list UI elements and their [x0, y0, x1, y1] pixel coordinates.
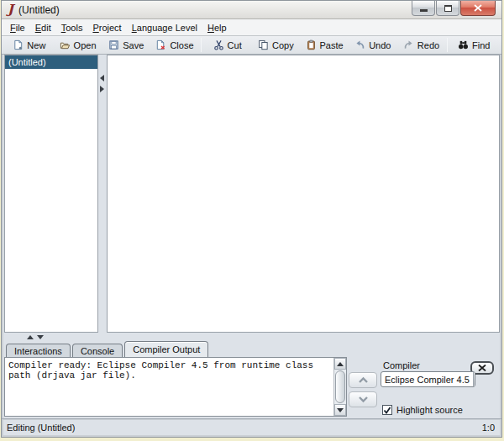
close-document-icon — [155, 39, 166, 50]
save-label: Save — [123, 40, 144, 50]
scroll-up-button[interactable] — [334, 358, 346, 370]
drjava-window: J (Untitled) File Edit Tools Project Lan… — [1, 0, 502, 438]
compiler-panel-title: Compiler — [383, 360, 420, 370]
minimize-icon — [420, 9, 428, 12]
output-scrollbar[interactable] — [333, 358, 346, 416]
chevron-up-icon — [358, 376, 369, 384]
title-bar: J (Untitled) — [2, 1, 501, 19]
copy-label: Copy — [272, 40, 294, 50]
undo-arrow-icon — [354, 39, 365, 50]
close-window-button[interactable] — [460, 1, 496, 16]
maximize-button[interactable] — [436, 1, 459, 16]
tab-compiler-output[interactable]: Compiler Output — [124, 341, 208, 357]
redo-button[interactable]: Redo — [397, 36, 446, 54]
close-icon — [478, 365, 486, 371]
cut-button[interactable]: Cut — [203, 36, 252, 54]
save-disk-icon — [108, 39, 119, 50]
menu-help[interactable]: Help — [202, 21, 232, 34]
redo-label: Redo — [417, 40, 439, 50]
collapse-left-arrow-icon[interactable] — [100, 75, 104, 81]
compiler-output-pane: Compiler ready: Eclipse Compiler 4.5 fro… — [2, 357, 501, 418]
status-bar: Editing (Untitled) 1:0 — [2, 418, 501, 436]
open-label: Open — [74, 40, 97, 50]
highlight-source-label: Highlight source — [396, 405, 463, 415]
undo-button[interactable]: Undo — [349, 36, 397, 54]
collapse-up-arrow-icon[interactable] — [27, 335, 34, 339]
open-button[interactable]: Open — [54, 36, 102, 54]
window-title: (Untitled) — [18, 4, 60, 16]
find-label: Find — [472, 40, 490, 50]
menu-bar: File Edit Tools Project Language Level H… — [2, 19, 501, 36]
maximize-icon — [444, 5, 452, 12]
compiler-select[interactable]: Eclipse Compiler 4.5 — [381, 371, 475, 387]
vertical-splitter[interactable] — [98, 55, 107, 333]
checkmark-icon — [383, 407, 391, 414]
toolbar-separator — [201, 38, 202, 52]
next-error-button[interactable] — [349, 391, 377, 407]
document-list-item[interactable]: (Untitled) — [5, 55, 97, 69]
expand-down-arrow-icon[interactable] — [37, 335, 44, 339]
drjava-logo-icon: J — [8, 3, 13, 16]
dropdown-button[interactable] — [473, 372, 475, 386]
menu-language-level[interactable]: Language Level — [127, 21, 202, 34]
copy-button[interactable]: Copy — [252, 36, 301, 54]
editor-pane[interactable] — [107, 55, 500, 333]
undo-label: Undo — [369, 40, 391, 50]
menu-file[interactable]: File — [5, 21, 30, 34]
expand-right-arrow-icon[interactable] — [100, 86, 104, 92]
compiler-select-value: Eclipse Compiler 4.5 — [381, 375, 473, 385]
paste-label: Paste — [320, 40, 344, 50]
cut-label: Cut — [228, 40, 242, 50]
caret-position: 1:0 — [482, 423, 495, 433]
window-controls — [412, 1, 496, 16]
compiler-output-box: Compiler ready: Eclipse Compiler 4.5 fro… — [4, 357, 347, 417]
document-list: (Untitled) — [4, 55, 98, 333]
highlight-source-option: Highlight source — [382, 405, 463, 415]
tab-interactions[interactable]: Interactions — [6, 344, 71, 357]
chevron-down-icon — [358, 396, 369, 403]
copy-pages-icon — [258, 39, 269, 50]
menu-project[interactable]: Project — [87, 21, 126, 34]
save-button[interactable]: Save — [102, 36, 150, 54]
tab-console[interactable]: Console — [72, 344, 123, 357]
menu-edit[interactable]: Edit — [30, 21, 56, 34]
new-document-icon — [13, 39, 24, 50]
find-binoculars-icon — [458, 39, 469, 50]
menu-tools[interactable]: Tools — [56, 21, 88, 34]
open-folder-icon — [60, 39, 71, 50]
highlight-source-checkbox[interactable] — [382, 405, 392, 415]
scroll-up-icon — [337, 362, 344, 366]
main-area: (Untitled) — [2, 55, 501, 333]
previous-error-button[interactable] — [349, 372, 377, 388]
bottom-tab-bar: Interactions Console Compiler Output — [2, 340, 501, 357]
close-icon — [474, 4, 482, 12]
status-message: Editing (Untitled) — [7, 423, 75, 433]
scroll-down-icon — [337, 408, 344, 412]
toolbar-separator — [447, 38, 448, 52]
find-button[interactable]: Find — [449, 36, 498, 54]
close-label: Close — [170, 40, 193, 50]
close-button[interactable]: Close — [150, 36, 199, 54]
paste-button[interactable]: Paste — [300, 36, 349, 54]
toolbar: New Open Save Close Cut Copy Paste — [2, 36, 501, 55]
compiler-output-text: Compiler ready: Eclipse Compiler 4.5 fro… — [5, 358, 333, 416]
cut-scissors-icon — [213, 39, 224, 50]
scrollbar-thumb[interactable] — [335, 370, 345, 403]
horizontal-splitter[interactable] — [2, 333, 501, 340]
new-button[interactable]: New — [5, 36, 54, 54]
compiler-panel: Compiler Eclipse Compiler 4.5 Highlight … — [347, 357, 500, 417]
new-label: New — [27, 40, 45, 50]
redo-arrow-icon — [403, 39, 414, 50]
paste-clipboard-icon — [306, 39, 317, 50]
minimize-button[interactable] — [412, 1, 435, 16]
scroll-down-button[interactable] — [334, 404, 346, 416]
